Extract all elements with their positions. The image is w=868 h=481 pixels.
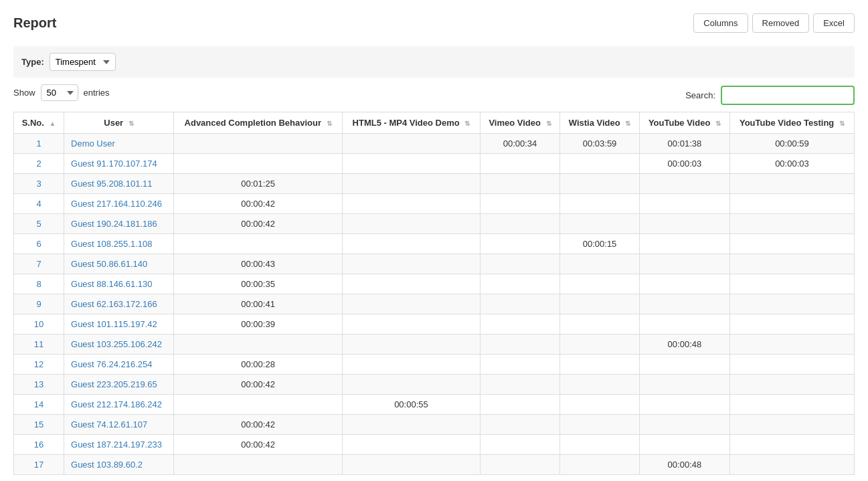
- col-acb[interactable]: Advanced Completion Behaviour ⇅: [174, 112, 343, 134]
- vimeo-cell: [480, 214, 559, 234]
- table-row: 17Guest 103.89.60.200:00:48: [14, 455, 855, 475]
- vimeo-cell: [480, 435, 559, 455]
- user-cell[interactable]: Guest 50.86.61.140: [64, 254, 174, 274]
- user-cell[interactable]: Guest 95.208.101.11: [64, 174, 174, 194]
- wistia-cell: [560, 314, 640, 334]
- entries-select[interactable]: 10 25 50 100: [41, 84, 78, 101]
- vimeo-cell: [480, 314, 559, 334]
- user-cell[interactable]: Guest 190.24.181.186: [64, 214, 174, 234]
- vimeo-cell: [480, 455, 559, 475]
- sort-sno-icon: ▲: [49, 120, 56, 127]
- youtube-cell: [639, 375, 729, 395]
- user-cell[interactable]: Guest 187.214.197.233: [64, 435, 174, 455]
- page-wrapper: Report Columns Removed Excel Type: Times…: [0, 0, 868, 481]
- html5-cell: [343, 274, 481, 294]
- table-row: 6Guest 108.255.1.10800:00:15: [14, 234, 855, 254]
- user-cell[interactable]: Guest 217.164.110.246: [64, 194, 174, 214]
- vimeo-cell: [480, 395, 559, 415]
- col-html5[interactable]: HTML5 - MP4 Video Demo ⇅: [343, 112, 481, 134]
- html5-cell: [343, 154, 481, 174]
- html5-cell: 00:00:55: [343, 395, 481, 415]
- col-html5-label: HTML5 - MP4 Video Demo: [353, 118, 460, 128]
- vimeo-cell: [480, 294, 559, 314]
- user-cell[interactable]: Guest 223.205.219.65: [64, 375, 174, 395]
- youtube-test-cell: [729, 174, 854, 194]
- sort-acb-icon: ⇅: [327, 120, 332, 127]
- type-select[interactable]: Timespent Attempts Scores: [50, 53, 116, 71]
- youtube-test-cell: [729, 334, 854, 355]
- sno-cell: 12: [14, 355, 64, 375]
- search-right: Search:: [685, 86, 855, 105]
- col-youtube[interactable]: YouTube Video ⇅: [639, 112, 729, 134]
- user-cell[interactable]: Guest 88.146.61.130: [64, 274, 174, 294]
- col-wistia[interactable]: Wistia Video ⇅: [560, 112, 640, 134]
- youtube-cell: [639, 294, 729, 314]
- search-input[interactable]: [721, 86, 855, 105]
- sno-cell: 16: [14, 435, 64, 455]
- wistia-cell: [560, 334, 640, 355]
- columns-button[interactable]: Columns: [693, 13, 748, 33]
- user-cell[interactable]: Guest 101.115.197.42: [64, 314, 174, 334]
- user-cell[interactable]: Guest 62.163.172.166: [64, 294, 174, 314]
- removed-button[interactable]: Removed: [752, 13, 810, 33]
- vimeo-cell: [480, 254, 559, 274]
- sno-cell: 2: [14, 154, 64, 174]
- sno-cell: 11: [14, 334, 64, 355]
- html5-cell: [343, 355, 481, 375]
- acb-cell: 00:00:42: [174, 435, 343, 455]
- col-acb-label: Advanced Completion Behaviour: [185, 118, 321, 128]
- acb-cell: 00:00:42: [174, 415, 343, 435]
- wistia-cell: [560, 395, 640, 415]
- youtube-test-cell: [729, 194, 854, 214]
- table-row: 13Guest 223.205.219.6500:00:42: [14, 375, 855, 395]
- acb-cell: [174, 154, 343, 174]
- page-title: Report: [13, 15, 56, 31]
- html5-cell: [343, 455, 481, 475]
- sno-cell: 4: [14, 194, 64, 214]
- user-cell[interactable]: Guest 103.255.106.242: [64, 334, 174, 355]
- type-label: Type:: [21, 57, 44, 67]
- youtube-cell: [639, 274, 729, 294]
- html5-cell: [343, 435, 481, 455]
- wistia-cell: [560, 435, 640, 455]
- table-row: 15Guest 74.12.61.10700:00:42: [14, 415, 855, 435]
- sno-cell: 8: [14, 274, 64, 294]
- vimeo-cell: [480, 355, 559, 375]
- acb-cell: 00:00:35: [174, 274, 343, 294]
- controls-row: Type: Timespent Attempts Scores: [13, 46, 855, 78]
- report-table: S.No. ▲ User ⇅ Advanced Completion Behav…: [13, 112, 855, 475]
- youtube-test-cell: [729, 294, 854, 314]
- table-row: 14Guest 212.174.186.24200:00:55: [14, 395, 855, 415]
- youtube-test-cell: [729, 214, 854, 234]
- html5-cell: [343, 234, 481, 254]
- excel-button[interactable]: Excel: [813, 13, 855, 33]
- wistia-cell: [560, 194, 640, 214]
- user-cell[interactable]: Demo User: [64, 134, 174, 154]
- sort-user-icon: ⇅: [128, 120, 134, 127]
- wistia-cell: [560, 355, 640, 375]
- vimeo-cell: [480, 274, 559, 294]
- user-cell[interactable]: Guest 76.24.216.254: [64, 355, 174, 375]
- wistia-cell: [560, 174, 640, 194]
- show-row: Show 10 25 50 100 entries: [13, 84, 110, 101]
- user-cell[interactable]: Guest 74.12.61.107: [64, 415, 174, 435]
- acb-cell: 00:01:25: [174, 174, 343, 194]
- html5-cell: [343, 174, 481, 194]
- col-sno[interactable]: S.No. ▲: [14, 112, 64, 134]
- col-user[interactable]: User ⇅: [64, 112, 174, 134]
- user-cell[interactable]: Guest 108.255.1.108: [64, 234, 174, 254]
- vimeo-cell: [480, 174, 559, 194]
- col-youtube-test-label: YouTube Video Testing: [740, 118, 834, 128]
- type-controls: Type: Timespent Attempts Scores: [21, 53, 116, 71]
- youtube-cell: [639, 174, 729, 194]
- html5-cell: [343, 254, 481, 274]
- col-youtube-test[interactable]: YouTube Video Testing ⇅: [729, 112, 854, 134]
- user-cell[interactable]: Guest 91.170.107.174: [64, 154, 174, 174]
- youtube-cell: [639, 435, 729, 455]
- user-cell[interactable]: Guest 103.89.60.2: [64, 455, 174, 475]
- col-vimeo[interactable]: Vimeo Video ⇅: [480, 112, 559, 134]
- wistia-cell: [560, 274, 640, 294]
- table-row: 3Guest 95.208.101.1100:01:25: [14, 174, 855, 194]
- user-cell[interactable]: Guest 212.174.186.242: [64, 395, 174, 415]
- table-body: 1Demo User00:00:3400:03:5900:01:3800:00:…: [14, 134, 855, 475]
